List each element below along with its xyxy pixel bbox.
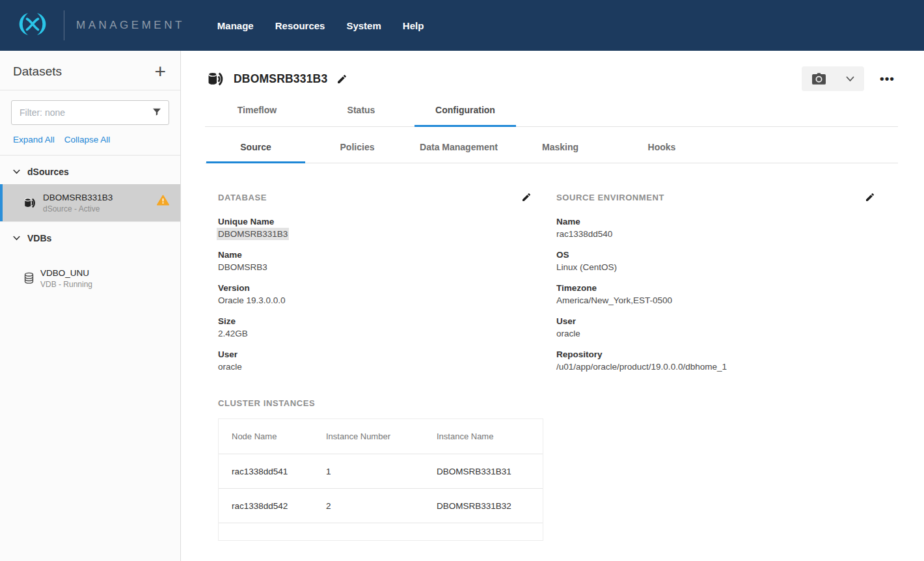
field-env-name: Name rac1338dd540 (556, 215, 875, 240)
subtab-policies[interactable]: Policies (306, 142, 408, 163)
field-timezone: Timezone America/New_York,EST-0500 (556, 282, 875, 307)
field-env-user: User oracle (556, 315, 875, 340)
divider (0, 90, 180, 90)
dataset-name: DBOMSRB331B3 (43, 193, 113, 202)
sidebar-section-vdbs[interactable]: VDBs (0, 222, 180, 251)
subtab-data-management[interactable]: Data Management (408, 142, 510, 163)
delphix-logo[interactable] (12, 10, 53, 40)
database-panel: DATABASE Unique Name DBOMSRB331B3 Name D… (218, 192, 556, 381)
datasets-sidebar: Datasets + Expand All Collapse All dSour… (0, 51, 181, 561)
field-os: OS Linux (CentOS) (556, 249, 875, 273)
vdb-icon (23, 272, 34, 284)
chevron-down-icon[interactable] (836, 76, 864, 82)
column-header-instance-name: Instance Name (437, 431, 543, 441)
dataset-status: dSource - Active (43, 204, 113, 213)
configuration-subtabs: Source Policies Data Management Masking … (205, 127, 898, 163)
camera-icon[interactable] (802, 72, 836, 85)
more-actions-button[interactable]: ••• (880, 72, 895, 86)
field-repository: Repository /u01/app/oracle/product/19.0.… (556, 348, 875, 373)
field-name: Name DBOMSRB3 (218, 249, 556, 273)
section-label: dSources (27, 167, 69, 177)
field-unique-name: Unique Name DBOMSRB331B3 (218, 215, 556, 240)
chevron-down-icon[interactable] (13, 169, 20, 174)
cluster-instances-section: CLUSTER INSTANCES Node Name Instance Num… (181, 381, 924, 541)
edit-database-pencil-icon[interactable] (521, 192, 532, 202)
main-menu: Manage Resources System Help (217, 20, 424, 31)
warning-icon[interactable] (157, 195, 169, 206)
edit-source-environment-pencil-icon[interactable] (865, 192, 875, 202)
collapse-all-link[interactable]: Collapse All (64, 135, 111, 144)
dsource-icon (207, 71, 225, 87)
menu-system[interactable]: System (346, 20, 381, 31)
tab-configuration[interactable]: Configuration (413, 105, 517, 126)
tab-timeflow[interactable]: Timeflow (205, 105, 309, 126)
dataset-status: VDB - Running (40, 280, 92, 289)
edit-title-pencil-icon[interactable] (336, 74, 347, 85)
subtab-masking[interactable]: Masking (510, 142, 611, 163)
table-header-row: Node Name Instance Number Instance Name (219, 419, 543, 454)
primary-tabs: Timeflow Status Configuration (205, 105, 898, 127)
column-header-node-name: Node Name (219, 431, 326, 441)
expand-all-link[interactable]: Expand All (13, 135, 55, 144)
source-environment-panel: SOURCE ENVIRONMENT Name rac1338dd540 OS … (556, 192, 875, 381)
source-environment-heading: SOURCE ENVIRONMENT (556, 193, 664, 202)
field-size: Size 2.42GB (218, 315, 556, 340)
cluster-instances-heading: CLUSTER INSTANCES (218, 398, 924, 408)
menu-resources[interactable]: Resources (275, 20, 325, 31)
main-content: DBOMSRB331B3 ••• (181, 51, 924, 561)
sidebar-section-dsources[interactable]: dSources (0, 156, 180, 184)
database-heading: DATABASE (218, 193, 267, 202)
add-dataset-button[interactable]: + (154, 64, 166, 79)
column-header-instance-number: Instance Number (326, 431, 437, 441)
menu-manage[interactable]: Manage (217, 20, 254, 31)
dataset-name: VDBO_UNU (40, 268, 92, 278)
section-label: VDBs (27, 233, 51, 243)
menu-help[interactable]: Help (403, 20, 424, 31)
tab-status[interactable]: Status (309, 105, 413, 126)
subtab-hooks[interactable]: Hooks (611, 142, 713, 163)
table-row: rac1338dd542 2 DBOMSRB331B32 (219, 489, 543, 523)
cluster-instances-table: Node Name Instance Number Instance Name … (218, 418, 543, 541)
product-name: MANAGEMENT (76, 19, 185, 32)
navbar-divider (64, 10, 64, 40)
filter-funnel-icon[interactable] (152, 107, 162, 117)
subtab-source[interactable]: Source (205, 142, 306, 163)
dsource-icon (23, 197, 37, 209)
filter-input[interactable] (11, 100, 169, 125)
field-version: Version Oracle 19.3.0.0.0 (218, 282, 556, 307)
sidebar-title: Datasets (13, 64, 62, 79)
field-user: User oracle (218, 348, 556, 373)
snapshot-button-group (802, 66, 864, 91)
delphix-logo-icon (12, 10, 53, 40)
table-empty-row (219, 523, 543, 540)
table-row: rac1338dd541 1 DBOMSRB331B31 (219, 454, 543, 489)
top-navbar: MANAGEMENT Manage Resources System Help (0, 0, 924, 51)
chevron-down-icon[interactable] (13, 236, 20, 241)
sidebar-item-vdbo-unu[interactable]: VDBO_UNU VDB - Running (0, 260, 180, 297)
sidebar-item-dbomsrb331b3[interactable]: DBOMSRB331B3 dSource - Active (0, 184, 180, 221)
page-title: DBOMSRB331B3 (234, 72, 327, 86)
